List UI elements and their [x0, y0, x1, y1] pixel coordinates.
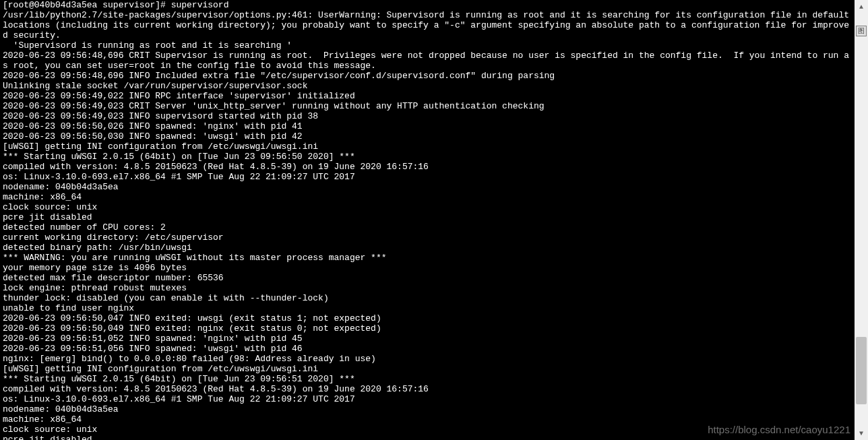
terminal-line: 2020-06-23 09:56:49,023 CRIT Server 'uni…	[3, 101, 852, 111]
terminal-line: lock engine: pthread robust mutexes	[3, 283, 852, 293]
scroll-up-arrow-icon[interactable]: ▲	[855, 0, 868, 13]
terminal-line: 2020-06-23 09:56:50,047 INFO exited: uws…	[3, 313, 852, 323]
terminal-line: 2020-06-23 09:56:50,049 INFO exited: ngi…	[3, 323, 852, 334]
terminal-line: 2020-06-23 09:56:48,696 INFO Included ex…	[3, 71, 852, 81]
terminal-line: compiled with version: 4.8.5 20150623 (R…	[3, 162, 852, 172]
scroll-down-arrow-icon[interactable]: ▼	[855, 427, 868, 440]
terminal-line: 2020-06-23 09:56:48,696 CRIT Supervisor …	[3, 51, 852, 71]
terminal-line: clock source: unix	[3, 202, 852, 212]
terminal-line: thunder lock: disabled (you can enable i…	[3, 293, 852, 303]
vertical-scrollbar[interactable]: ▲ ▼	[855, 0, 868, 440]
terminal-line: [uWSGI] getting INI configuration from /…	[3, 142, 852, 152]
terminal-line: *** WARNING: you are running uWSGI witho…	[3, 253, 852, 263]
terminal-line: Unlinking stale socket /var/run/supervis…	[3, 81, 852, 91]
terminal-line: 2020-06-23 09:56:49,022 INFO RPC interfa…	[3, 91, 852, 101]
terminal-line: compiled with version: 4.8.5 20150623 (R…	[3, 384, 852, 394]
terminal-line: nginx: [emerg] bind() to 0.0.0.0:80 fail…	[3, 354, 852, 364]
terminal-line: detected binary path: /usr/bin/uwsgi	[3, 243, 852, 253]
terminal-line: [root@040b04d3a5ea supervisor]# supervis…	[3, 0, 852, 10]
terminal-line: unable to find user nginx	[3, 303, 852, 313]
terminal-line: os: Linux-3.10.0-693.el7.x86_64 #1 SMP T…	[3, 172, 852, 182]
terminal-line: *** Starting uWSGI 2.0.15 (64bit) on [Tu…	[3, 374, 852, 384]
terminal-line: 2020-06-23 09:56:51,052 INFO spawned: 'n…	[3, 334, 852, 344]
terminal-line: nodename: 040b04d3a5ea	[3, 404, 852, 414]
terminal-line: clock source: unix	[3, 425, 852, 435]
terminal-line: 2020-06-23 09:56:51,056 INFO spawned: 'u…	[3, 344, 852, 354]
terminal-line: os: Linux-3.10.0-693.el7.x86_64 #1 SMP T…	[3, 394, 852, 404]
terminal-line: 'Supervisord is running as root and it i…	[3, 40, 852, 51]
terminal-line: 2020-06-23 09:56:49,023 INFO supervisord…	[3, 111, 852, 121]
terminal-line: machine: x86_64	[3, 192, 852, 202]
scrollbar-thumb[interactable]	[856, 337, 867, 404]
terminal-line: /usr/lib/python2.7/site-packages/supervi…	[3, 10, 852, 40]
terminal-line: *** Starting uWSGI 2.0.15 (64bit) on [Tu…	[3, 152, 852, 162]
terminal-output[interactable]: [root@040b04d3a5ea supervisor]# supervis…	[0, 0, 855, 440]
terminal-line: pcre jit disabled	[3, 212, 852, 222]
terminal-line: nodename: 040b04d3a5ea	[3, 182, 852, 192]
terminal-line: machine: x86_64	[3, 414, 852, 425]
image-marker-icon: 图	[856, 26, 867, 36]
terminal-line: your memory page size is 4096 bytes	[3, 263, 852, 273]
terminal-line: detected max file descriptor number: 655…	[3, 273, 852, 283]
terminal-line: 2020-06-23 09:56:50,026 INFO spawned: 'n…	[3, 121, 852, 131]
terminal-line: [uWSGI] getting INI configuration from /…	[3, 364, 852, 374]
scrollbar-track[interactable]	[855, 13, 868, 427]
terminal-line: 2020-06-23 09:56:50,030 INFO spawned: 'u…	[3, 131, 852, 142]
terminal-line: pcre jit disabled	[3, 435, 852, 440]
terminal-line: current working directory: /etc/supervis…	[3, 232, 852, 243]
terminal-line: detected number of CPU cores: 2	[3, 222, 852, 232]
